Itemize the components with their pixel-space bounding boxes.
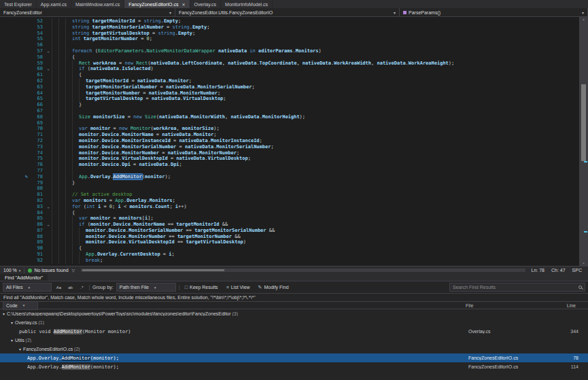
code-line[interactable]: 71monitor.Device.MonitorName = nativeDat… <box>0 132 579 138</box>
breakpoint-margin[interactable] <box>0 198 30 204</box>
code-line[interactable]: 73monitor.Device.MonitorSerialNumber = n… <box>0 144 579 150</box>
code-line[interactable]: 59Rect workArea = new Rect(nativeData.Le… <box>0 61 579 67</box>
expander-icon[interactable]: ▾ <box>3 311 5 316</box>
breakpoint-margin[interactable] <box>0 36 30 42</box>
code-line[interactable]: 88monitor.Device.MonitorNumber == target… <box>0 234 579 240</box>
breakpoint-margin[interactable] <box>0 24 30 31</box>
breakpoint-margin[interactable] <box>0 48 30 54</box>
code-line[interactable]: ✎78App.Overlay.AddMonitor(monitor); <box>0 174 579 180</box>
breakpoint-margin[interactable] <box>0 72 30 78</box>
match-case-icon[interactable]: Aa <box>54 283 63 292</box>
code-line[interactable]: 91App.Overlay.CurrentDesktop = i; <box>0 252 579 258</box>
column-header-line[interactable]: Line <box>554 303 585 308</box>
breakpoint-margin[interactable] <box>0 126 30 132</box>
code-line[interactable]: 85var monitor = monitors[i]; <box>0 215 579 222</box>
code-line[interactable]: 67 <box>0 108 579 114</box>
margin-pencil-icon[interactable]: ✎ <box>0 174 30 180</box>
code-line[interactable]: 60⌄if (nativeData.IsSelected) <box>0 66 579 72</box>
indentation-indicator[interactable]: SPC <box>572 268 582 273</box>
tab-fancyzoneseditorio-cs[interactable]: FancyZonesEditorIO.cs ✕ <box>124 0 190 8</box>
breakpoint-margin[interactable] <box>0 42 30 48</box>
expander-icon[interactable]: ▾ <box>11 320 13 325</box>
code-line[interactable]: 83⌄for (int i = 0; i < monitors.Count; i… <box>0 204 579 210</box>
breakpoint-margin[interactable] <box>0 132 30 138</box>
code-line[interactable]: 65targetVirtualDesktop = nativeData.Virt… <box>0 96 579 102</box>
breakpoint-margin[interactable] <box>0 138 30 144</box>
code-line[interactable]: 86⌄if (monitor.Device.MonitorName == tar… <box>0 222 579 228</box>
code-line[interactable]: 72monitor.Device.MonitorInstanceId = nat… <box>0 138 579 144</box>
code-line[interactable]: 76monitor.Device.Dpi = nativeData.Dpi; <box>0 162 579 168</box>
breakpoint-margin[interactable] <box>0 61 30 67</box>
search-find-results-box[interactable] <box>449 283 585 292</box>
find-result-group-row[interactable]: ▾FancyZonesEditorIO.cs (2) <box>0 345 588 353</box>
code-line[interactable]: 90{ <box>0 245 579 252</box>
code-line[interactable]: 69 <box>0 120 579 126</box>
breakpoint-margin[interactable] <box>0 66 30 72</box>
member-dropdown[interactable]: ParseParams() ▾ <box>400 8 588 16</box>
code-line[interactable]: 89monitor.Device.VirtualDesktopId == tar… <box>0 239 579 245</box>
code-line[interactable]: 70var monitor = new Monitor(workArea, mo… <box>0 126 579 132</box>
code-line[interactable]: 79} <box>0 180 579 186</box>
code-line[interactable]: 80 <box>0 186 579 192</box>
project-dropdown[interactable]: FancyZonesEditor ▾ <box>0 8 175 16</box>
fold-chevron-icon[interactable]: ⌄ <box>45 66 52 72</box>
breakpoint-margin[interactable] <box>0 156 30 162</box>
find-result-group-row[interactable]: ▾Utils (2) <box>0 336 588 345</box>
find-result-row[interactable]: public void AddMonitor(Monitor monitor)O… <box>0 327 588 336</box>
fold-chevron-icon[interactable]: ⌄ <box>45 204 52 210</box>
code-line[interactable]: 75monitor.Device.VirtualDesktopId = nati… <box>0 156 579 162</box>
document-health-indicator[interactable]: No issues found <box>28 268 68 273</box>
breakpoint-margin[interactable] <box>0 96 30 102</box>
vertical-scrollbar[interactable]: ▴ ▾ <box>579 17 588 266</box>
breakpoint-margin[interactable] <box>0 150 30 156</box>
regex-icon[interactable]: .* <box>77 283 86 292</box>
breakpoint-margin[interactable] <box>0 144 30 150</box>
column-header-file[interactable]: File <box>466 303 554 308</box>
expander-icon[interactable]: ▾ <box>19 347 21 351</box>
horizontal-scrollbar[interactable] <box>81 269 525 272</box>
breakpoint-margin[interactable] <box>0 252 30 258</box>
code-line[interactable]: 81// Set active desktop <box>0 192 579 198</box>
breakpoint-margin[interactable] <box>0 78 30 84</box>
code-line[interactable]: 63targetMonitorSerialNumber = nativeData… <box>0 84 579 90</box>
code-line[interactable]: 62targetMonitorId = nativeData.Monitor; <box>0 78 579 84</box>
code-line[interactable]: 52string targetMonitorId = string.Empty; <box>0 18 579 24</box>
breakpoint-margin[interactable] <box>0 31 30 37</box>
breakpoint-margin[interactable] <box>0 210 30 216</box>
find-result-group-row[interactable]: ▾C:\Users\zhaopengwang\Desktop\powertoys… <box>0 309 588 318</box>
tab-mainwindow-xaml-cs[interactable]: MainWindow.xaml.cs <box>71 0 124 8</box>
scroll-down-icon[interactable]: ▾ <box>579 261 588 266</box>
code-editor[interactable]: 52string targetMonitorId = string.Empty;… <box>0 17 588 266</box>
column-indicator[interactable]: Ch: 47 <box>551 268 566 273</box>
breakpoint-margin[interactable] <box>0 192 30 198</box>
find-result-group-row[interactable]: ▾Overlay.cs (1) <box>0 318 588 327</box>
scrollbar-thumb[interactable] <box>82 269 224 271</box>
code-line[interactable]: 53string targetMonitorSerialNumber = str… <box>0 24 579 31</box>
breakpoint-margin[interactable] <box>0 84 30 90</box>
breakpoint-margin[interactable] <box>0 186 30 192</box>
close-tab-icon[interactable]: ✕ <box>181 2 185 7</box>
breakpoint-margin[interactable] <box>0 102 30 108</box>
code-line[interactable]: 58{ <box>0 54 579 61</box>
find-result-row[interactable]: App.Overlay.AddMonitor(monitor);FancyZon… <box>0 362 588 371</box>
breakpoint-margin[interactable] <box>0 234 30 240</box>
breakpoint-margin[interactable] <box>0 215 30 222</box>
tab-monitorinfomodel-cs[interactable]: MonitorInfoModel.cs <box>221 0 273 8</box>
code-line[interactable]: 68Size monitorSize = new Size(nativeData… <box>0 114 579 120</box>
type-dropdown[interactable]: FancyZonesEditor.Utils.FancyZonesEditorI… <box>175 8 400 16</box>
breakpoint-margin[interactable] <box>0 228 30 234</box>
breakpoint-margin[interactable] <box>0 18 30 24</box>
code-line[interactable]: 57⌄foreach (EditorParameters.NativeMonit… <box>0 48 579 54</box>
code-line[interactable]: 64targetMonitorNumber = nativeData.Monit… <box>0 90 579 97</box>
breakpoint-margin[interactable] <box>0 162 30 168</box>
breakpoint-margin[interactable] <box>0 180 30 186</box>
breakpoint-margin[interactable] <box>0 168 30 174</box>
code-lines[interactable]: 52string targetMonitorId = string.Empty;… <box>0 17 579 266</box>
filter-icon[interactable]: ▽ <box>72 268 75 273</box>
code-line[interactable]: 61{ <box>0 72 579 78</box>
list-view-button[interactable]: ≡ List View <box>224 283 253 292</box>
code-line[interactable]: 84{ <box>0 210 579 216</box>
breakpoint-margin[interactable] <box>0 108 30 114</box>
group-by-dropdown[interactable]: Path then File ▾ <box>116 283 176 292</box>
modify-find-button[interactable]: ✎ Modify Find <box>256 283 292 292</box>
